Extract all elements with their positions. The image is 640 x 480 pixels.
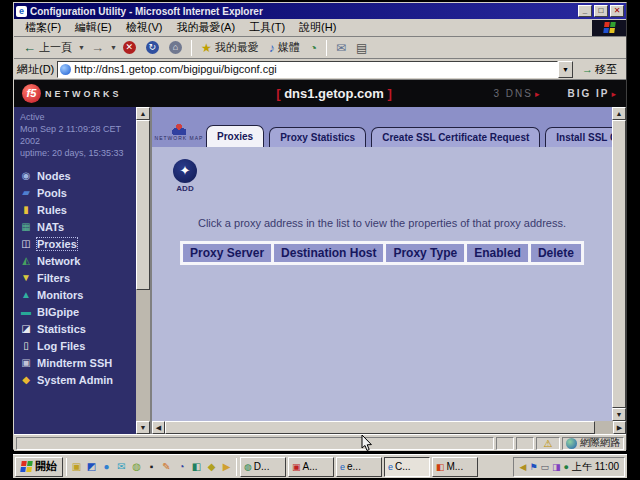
bracket-left: [ (276, 86, 280, 101)
task-button[interactable]: ee... (336, 457, 382, 477)
content-scrollbar[interactable]: ▲ ▼ (612, 107, 626, 421)
red-arrow-icon: ▸ (611, 89, 618, 99)
quick-launch-icon[interactable]: ◔ (175, 460, 188, 473)
address-input[interactable]: http://dns1.getop.com/bigipgui/bigconf.c… (57, 61, 558, 78)
sidebar-item-monitors[interactable]: ▲Monitors (20, 286, 136, 303)
quick-launch-icon[interactable]: ◍ (130, 460, 143, 473)
quick-launch-icon[interactable]: ▶ (220, 460, 233, 473)
forward-dropdown[interactable]: ▼ (109, 44, 118, 51)
tray-volume-icon[interactable]: ◀ (519, 462, 526, 472)
ie-document-icon: e (16, 6, 27, 17)
sidebar-item-pools[interactable]: ▰Pools (20, 184, 136, 201)
menu-help[interactable]: 說明(H) (292, 19, 343, 36)
menu-tools[interactable]: 工具(T) (242, 19, 292, 36)
add-icon: ✦ (173, 159, 197, 183)
sidebar-item-network[interactable]: ◭Network (20, 252, 136, 269)
taskbar-clock[interactable]: 上午 11:00 (572, 460, 619, 474)
task-button[interactable]: ▣A... (288, 457, 334, 477)
quick-launch-icon[interactable]: ◆ (205, 460, 218, 473)
sidebar-item-mindterm-ssh[interactable]: ▣Mindterm SSH (20, 354, 136, 371)
quick-launch-icon[interactable]: ✉ (115, 460, 128, 473)
sidebar-item-bigpipe[interactable]: ▬BIGpipe (20, 303, 136, 320)
quick-launch-icon[interactable]: ◧ (190, 460, 203, 473)
link-bigip[interactable]: BIG IP▸ (567, 88, 618, 99)
quick-launch-icon[interactable]: ✎ (160, 460, 173, 473)
address-dropdown-button[interactable]: ▼ (558, 61, 573, 78)
tray-display-icon[interactable]: ▭ (540, 462, 549, 472)
column-header-proxy-type: Proxy Type (386, 244, 464, 262)
app-icon: e (340, 462, 345, 472)
bracket-right: ] (387, 86, 391, 101)
refresh-button[interactable]: ↻ (141, 39, 164, 56)
app-icon: ◍ (244, 462, 252, 472)
scrollbar-thumb[interactable] (165, 421, 595, 434)
forward-button[interactable]: → (86, 38, 109, 57)
quick-launch-icon[interactable]: ◩ (85, 460, 98, 473)
tab-create-ssl-certificate-request[interactable]: Create SSL Certificate Request (371, 127, 540, 147)
scroll-right-icon[interactable]: ▶ (613, 421, 626, 434)
scrollbar-thumb[interactable] (612, 120, 626, 408)
media-button[interactable]: ♪ 媒體 (264, 38, 305, 57)
scroll-down-icon[interactable]: ▼ (136, 421, 150, 434)
minimize-button[interactable]: _ (578, 5, 592, 17)
menu-edit[interactable]: 編輯(E) (68, 19, 119, 36)
sidebar-item-label: Statistics (37, 323, 86, 335)
quick-launch-icon[interactable]: ▣ (70, 460, 83, 473)
proxy-table: Proxy Server Destination Host Proxy Type… (180, 241, 584, 265)
task-button[interactable]: ◍D... (240, 457, 286, 477)
nats-icon: ▦ (20, 221, 32, 232)
horizontal-scrollbar[interactable]: ◀ ▶ (152, 421, 626, 434)
tab-proxy-statistics[interactable]: Proxy Statistics (269, 127, 366, 147)
sidebar-item-nodes[interactable]: ◉Nodes (20, 167, 136, 184)
maximize-button[interactable]: □ (594, 5, 608, 17)
title-bar[interactable]: e Configuration Utility - Microsoft Inte… (14, 3, 626, 19)
back-dropdown[interactable]: ▼ (77, 44, 86, 51)
tray-network-icon[interactable]: ● (564, 462, 569, 472)
tray-icon[interactable]: ◨ (552, 462, 561, 472)
network-map-button[interactable]: NETWORK MAP (156, 123, 202, 141)
history-button[interactable]: ◔ (305, 39, 322, 57)
tray-icon[interactable]: ⚑ (529, 462, 537, 472)
go-button[interactable]: → 移至 (576, 61, 623, 78)
add-proxy-button[interactable]: ✦ ADD (170, 159, 200, 193)
menu-file[interactable]: 檔案(F) (18, 19, 68, 36)
task-button-active[interactable]: eC... (384, 457, 430, 477)
sidebar-item-rules[interactable]: ▮Rules (20, 201, 136, 218)
tab-proxies[interactable]: Proxies (206, 125, 264, 147)
tab-install-ssl-certificate[interactable]: Install SSL Certif (545, 127, 612, 147)
quick-launch-icon[interactable]: ● (100, 460, 113, 473)
scroll-down-icon[interactable]: ▼ (612, 408, 626, 421)
home-button[interactable]: ⌂ (164, 39, 187, 56)
back-button[interactable]: ← 上一頁 (18, 38, 77, 57)
menu-view[interactable]: 檢視(V) (119, 19, 170, 36)
link-3dns[interactable]: 3 DNS▸ (493, 88, 541, 99)
scroll-up-icon[interactable]: ▲ (136, 107, 150, 120)
sidebar-item-nats[interactable]: ▦NATs (20, 218, 136, 235)
sidebar-item-system-admin[interactable]: ◆System Admin (20, 371, 136, 388)
stop-button[interactable]: ✕ (118, 39, 141, 56)
sidebar-item-filters[interactable]: ▼Filters (20, 269, 136, 286)
quick-launch-icon[interactable]: ▪ (145, 460, 158, 473)
scrollbar-track[interactable] (136, 290, 150, 421)
favorites-button[interactable]: ★ 我的最愛 (196, 38, 264, 57)
menu-favorites[interactable]: 我的最愛(A) (169, 19, 242, 36)
taskbar-separator (66, 458, 67, 476)
print-button[interactable]: ▤ (351, 39, 372, 57)
status-pane (496, 437, 514, 450)
sidebar-item-proxies[interactable]: ◫Proxies (20, 235, 136, 252)
sidebar-scrollbar[interactable]: ▲ ▼ (136, 107, 150, 434)
scrollbar-track[interactable] (595, 421, 613, 434)
sidebar-item-log-files[interactable]: ▯Log Files (20, 337, 136, 354)
sidebar-item-statistics[interactable]: ◪Statistics (20, 320, 136, 337)
scroll-left-icon[interactable]: ◀ (152, 421, 165, 434)
statistics-icon: ◪ (20, 323, 32, 334)
close-button[interactable]: ✕ (610, 5, 624, 17)
status-bar: ⚠ 網際網路 (14, 434, 626, 451)
scrollbar-thumb[interactable] (136, 120, 150, 290)
link-bigip-label: BIG IP (567, 88, 609, 99)
start-button[interactable]: 開始 (15, 457, 63, 477)
scroll-up-icon[interactable]: ▲ (612, 107, 626, 120)
task-button[interactable]: ◧M... (432, 457, 478, 477)
hostname: dns1.getop.com (284, 86, 384, 101)
mail-button[interactable]: ✉ (331, 39, 351, 57)
